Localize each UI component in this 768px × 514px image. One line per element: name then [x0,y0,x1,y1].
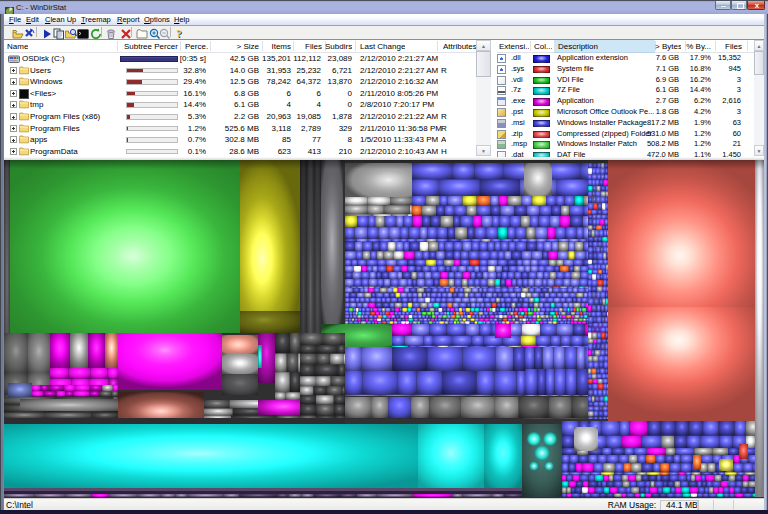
svg-text:?: ? [176,28,182,39]
